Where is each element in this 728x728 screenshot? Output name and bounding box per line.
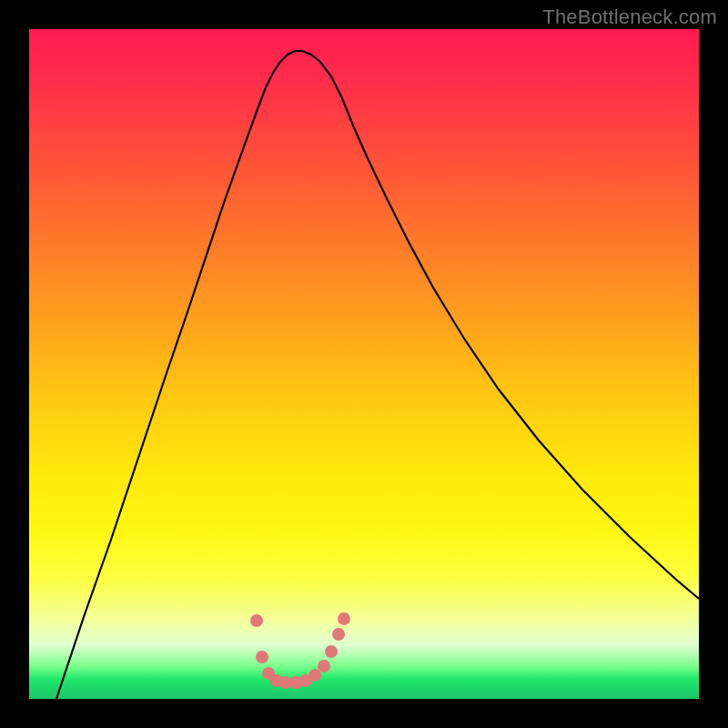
bottleneck-curve xyxy=(56,51,699,699)
plot-area xyxy=(29,29,699,699)
bottom-dots xyxy=(250,612,350,689)
marker-dot xyxy=(318,660,330,672)
watermark-text: TheBottleneck.com xyxy=(542,5,717,29)
marker-dot xyxy=(250,614,263,627)
curve-svg xyxy=(29,29,699,699)
marker-dot xyxy=(332,628,345,641)
chart-frame: TheBottleneck.com xyxy=(0,0,728,728)
marker-dot xyxy=(256,651,268,663)
curve-path xyxy=(56,51,699,699)
marker-dot xyxy=(308,669,321,682)
marker-dot xyxy=(325,645,338,658)
marker-dot xyxy=(338,612,350,625)
